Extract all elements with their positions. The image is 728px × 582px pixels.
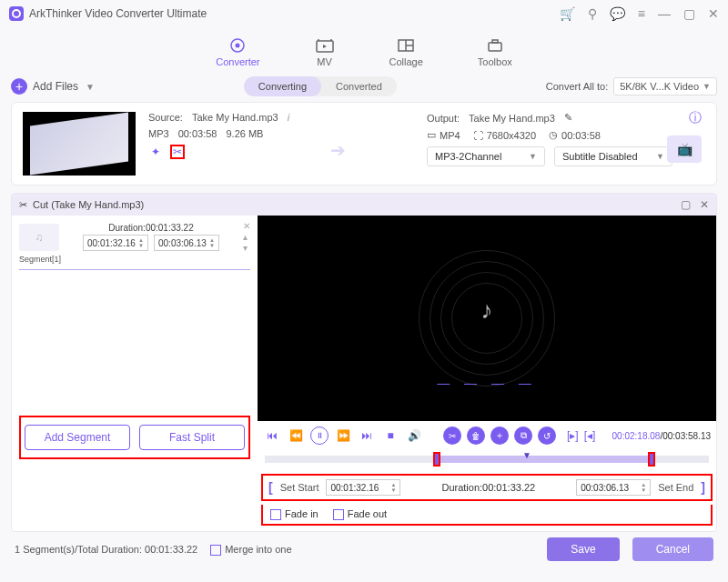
enhance-icon[interactable]: ✦ — [148, 145, 163, 159]
source-duration: 00:03:58 — [178, 128, 217, 139]
segment-index-label: Segment[1] — [19, 255, 250, 264]
add-files-button[interactable]: + Add Files ▼ — [11, 78, 95, 95]
delete-segment-button[interactable]: 🗑 — [467, 426, 485, 445]
main-tabs: Converter MV Collage Toolbox — [0, 27, 728, 73]
conversion-status-tabs: Converting Converted — [244, 76, 397, 96]
info-icon[interactable]: i — [288, 112, 289, 123]
cut-panel-header: ✂ Cut (Take My Hand.mp3) ▢ ✕ — [12, 194, 716, 216]
tab-toolbox[interactable]: Toolbox — [478, 36, 512, 67]
panel-close-icon[interactable]: ✕ — [700, 198, 709, 211]
tab-label: Converter — [216, 56, 259, 67]
segment-move-down-icon[interactable]: ▾ — [243, 243, 250, 253]
segment-duration-value: 00:01:33.22 — [146, 223, 194, 233]
playback-controls: ⏮ ⏪ ⏸ ⏩ ⏭ ■ 🔊 ✂ 🗑 ＋ ⧉ ↺ [▸] [◂] 00:02:18… — [258, 421, 716, 448]
end-time-input[interactable]: 00:03:06.13▲▼ — [576, 479, 651, 496]
minimize-icon[interactable]: — — [658, 6, 671, 21]
split-here-button[interactable]: ✂ — [443, 426, 461, 445]
merge-checkbox[interactable]: Merge into one — [210, 544, 291, 556]
tab-mv[interactable]: MV — [315, 36, 335, 67]
segment-start-input[interactable]: 00:01:32.16▲▼ — [83, 235, 148, 251]
play-pause-button[interactable]: ⏸ — [310, 426, 329, 445]
forward-icon[interactable]: ⏩ — [334, 426, 352, 445]
scissors-icon: ✂ — [19, 199, 27, 211]
bracket-open-icon: [ — [268, 480, 273, 495]
bracket-out-icon[interactable]: [◂] — [584, 429, 596, 442]
fade-in-checkbox[interactable]: Fade in — [270, 508, 318, 520]
device-preset-icon[interactable]: 📺 — [667, 135, 702, 163]
segments-summary: 1 Segment(s)/Total Duration: 00:01:33.22 — [15, 544, 197, 555]
container-info: ▭ MP4 — [427, 129, 460, 141]
resolution-info: ⛶ 7680x4320 — [473, 130, 536, 141]
cancel-button[interactable]: Cancel — [632, 537, 713, 561]
segment-duration-label: Duration: — [108, 223, 146, 233]
arrow-icon: ➔ — [330, 139, 346, 161]
source-size: 9.26 MB — [226, 128, 263, 139]
file-card: Source: Take My Hand.mp3 i MP3 00:03:58 … — [11, 102, 717, 186]
audio-track-select[interactable]: MP3-2Channel▼ — [427, 146, 545, 166]
add-button[interactable]: ＋ — [490, 426, 509, 445]
close-icon[interactable]: ✕ — [708, 6, 719, 21]
tab-converting[interactable]: Converting — [244, 76, 321, 96]
segment-pane: ♫ Duration:00:01:33.22 00:01:32.16▲▼ 00:… — [12, 216, 258, 531]
fast-split-button[interactable]: Fast Split — [139, 425, 245, 450]
fade-out-checkbox[interactable]: Fade out — [333, 508, 387, 520]
cut-title: Cut (Take My Hand.mp3) — [33, 199, 144, 210]
add-files-label: Add Files — [33, 80, 78, 93]
plus-icon: + — [11, 78, 27, 95]
timeline[interactable]: ▼ — [265, 450, 709, 468]
playhead-icon[interactable]: ▼ — [522, 450, 531, 460]
convert-all-label: Convert All to: — [546, 81, 608, 92]
set-start-label[interactable]: Set Start — [280, 482, 319, 493]
playback-timecode: 00:02:18.08/00:03:58.13 — [612, 431, 711, 441]
stop-icon[interactable]: ■ — [381, 426, 399, 445]
music-note-icon: ♪ — [481, 296, 493, 324]
cart-icon[interactable]: 🛒 — [560, 6, 575, 21]
duration-display: Duration:00:01:33.22 — [408, 482, 569, 493]
range-end-handle[interactable] — [648, 452, 655, 467]
copy-button[interactable]: ⧉ — [514, 426, 532, 445]
selected-range — [433, 456, 655, 463]
skip-start-icon[interactable]: ⏮ — [263, 426, 281, 445]
target-format-select[interactable]: 5K/8K V...K Video▼ — [613, 77, 717, 95]
subtitle-select[interactable]: Subtitle Disabled▼ — [554, 146, 672, 166]
segment-row[interactable]: ♫ Duration:00:01:33.22 00:01:32.16▲▼ 00:… — [19, 221, 250, 253]
svg-rect-6 — [489, 43, 501, 51]
bracket-in-icon[interactable]: [▸] — [567, 429, 579, 442]
tab-collage[interactable]: Collage — [389, 36, 423, 67]
video-preview[interactable]: ♪ — — — — — [258, 216, 716, 421]
output-label: Output: — [427, 113, 460, 124]
app-logo-icon — [9, 6, 24, 21]
tab-label: Toolbox — [478, 56, 512, 67]
segment-move-up-icon[interactable]: ▴ — [243, 232, 250, 242]
feedback-icon[interactable]: 💬 — [610, 6, 625, 21]
rewind-icon[interactable]: ⏪ — [287, 426, 305, 445]
output-name: Take My Hand.mp3 — [469, 113, 555, 124]
svg-rect-7 — [492, 40, 498, 43]
panel-maximize-icon[interactable]: ▢ — [681, 198, 691, 211]
start-time-input[interactable]: 00:01:32.16▲▼ — [326, 479, 400, 496]
tab-converter[interactable]: Converter — [216, 36, 259, 67]
bracket-close-icon: ] — [701, 480, 705, 495]
key-icon[interactable]: ⚲ — [588, 6, 597, 21]
reset-button[interactable]: ↺ — [538, 426, 556, 445]
set-end-label[interactable]: Set End — [658, 482, 693, 493]
segment-remove-icon[interactable]: ✕ — [243, 221, 250, 231]
output-info-icon[interactable]: ⓘ — [689, 110, 702, 126]
tab-converted[interactable]: Converted — [321, 76, 397, 96]
source-thumbnail[interactable] — [23, 112, 136, 176]
converter-icon — [228, 36, 248, 55]
range-start-handle[interactable] — [433, 452, 440, 467]
segment-action-buttons: Add Segment Fast Split — [19, 416, 250, 459]
skip-end-icon[interactable]: ⏭ — [358, 426, 376, 445]
maximize-icon[interactable]: ▢ — [683, 6, 695, 21]
cut-icon[interactable]: ✂ — [170, 145, 185, 159]
edit-name-icon[interactable]: ✎ — [564, 112, 572, 124]
app-title: ArkThinker Video Converter Ultimate — [29, 7, 560, 20]
menu-icon[interactable]: ≡ — [638, 6, 645, 21]
volume-icon[interactable]: 🔊 — [405, 426, 423, 445]
segment-end-input[interactable]: 00:03:06.13▲▼ — [154, 235, 219, 251]
svg-point-1 — [236, 44, 240, 48]
mv-icon — [315, 36, 335, 55]
add-segment-button[interactable]: Add Segment — [25, 425, 130, 450]
save-button[interactable]: Save — [547, 537, 619, 561]
